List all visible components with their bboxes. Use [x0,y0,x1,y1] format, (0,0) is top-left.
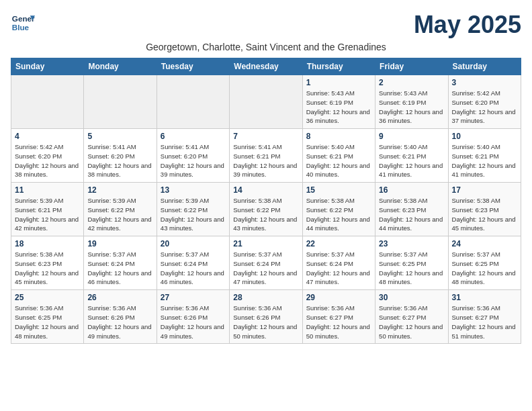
day-info: Sunrise: 5:39 AM Sunset: 6:22 PM Dayligh… [87,196,152,233]
calendar-cell: 21Sunrise: 5:37 AM Sunset: 6:24 PM Dayli… [230,236,302,290]
day-number: 18 [15,239,80,248]
day-number: 14 [233,185,298,195]
day-info: Sunrise: 5:36 AM Sunset: 6:27 PM Dayligh… [379,304,444,340]
day-info: Sunrise: 5:38 AM Sunset: 6:23 PM Dayligh… [15,250,80,287]
day-number: 10 [452,132,517,141]
day-number: 30 [379,293,444,302]
calendar-week-row: 18Sunrise: 5:38 AM Sunset: 6:23 PM Dayli… [11,236,521,290]
calendar-week-row: 25Sunrise: 5:36 AM Sunset: 6:25 PM Dayli… [11,290,521,344]
calendar-cell: 30Sunrise: 5:36 AM Sunset: 6:27 PM Dayli… [375,290,448,344]
calendar-cell: 16Sunrise: 5:38 AM Sunset: 6:23 PM Dayli… [375,183,448,236]
calendar-cell: 1Sunrise: 5:43 AM Sunset: 6:19 PM Daylig… [302,75,375,129]
calendar-cell: 10Sunrise: 5:40 AM Sunset: 6:21 PM Dayli… [448,129,521,183]
day-info: Sunrise: 5:36 AM Sunset: 6:26 PM Dayligh… [233,304,298,340]
calendar-cell: 2Sunrise: 5:43 AM Sunset: 6:19 PM Daylig… [375,75,448,129]
day-number: 11 [15,185,80,195]
logo-icon: General Blue [11,11,35,35]
column-header-thursday: Thursday [302,58,375,75]
day-number: 28 [233,293,298,302]
calendar-cell [11,75,84,129]
day-info: Sunrise: 5:42 AM Sunset: 6:20 PM Dayligh… [15,142,80,179]
calendar-cell: 4Sunrise: 5:42 AM Sunset: 6:20 PM Daylig… [11,129,84,183]
day-number: 2 [379,78,444,87]
day-info: Sunrise: 5:39 AM Sunset: 6:21 PM Dayligh… [15,196,80,233]
day-number: 21 [233,239,298,248]
calendar-subtitle: Georgetown, Charlotte, Saint Vincent and… [11,42,521,52]
calendar-cell: 12Sunrise: 5:39 AM Sunset: 6:22 PM Dayli… [84,183,157,236]
calendar-cell: 29Sunrise: 5:36 AM Sunset: 6:27 PM Dayli… [302,290,375,344]
day-number: 8 [306,132,371,141]
day-info: Sunrise: 5:36 AM Sunset: 6:25 PM Dayligh… [15,304,80,340]
day-number: 23 [379,239,444,248]
day-number: 26 [87,293,152,302]
day-number: 19 [87,239,152,248]
column-header-saturday: Saturday [448,58,521,75]
day-number: 4 [15,132,80,141]
day-info: Sunrise: 5:41 AM Sunset: 6:21 PM Dayligh… [233,142,298,179]
day-number: 7 [233,132,298,141]
calendar-cell: 14Sunrise: 5:38 AM Sunset: 6:22 PM Dayli… [230,183,302,236]
day-info: Sunrise: 5:38 AM Sunset: 6:23 PM Dayligh… [452,196,517,233]
calendar-cell: 8Sunrise: 5:40 AM Sunset: 6:21 PM Daylig… [302,129,375,183]
day-info: Sunrise: 5:37 AM Sunset: 6:24 PM Dayligh… [161,250,226,287]
day-number: 24 [452,239,517,248]
svg-text:Blue: Blue [12,23,30,32]
day-info: Sunrise: 5:36 AM Sunset: 6:27 PM Dayligh… [452,304,517,340]
day-number: 22 [306,239,371,248]
day-number: 1 [306,78,371,87]
day-info: Sunrise: 5:37 AM Sunset: 6:24 PM Dayligh… [233,250,298,287]
day-number: 5 [87,132,152,141]
calendar-cell: 23Sunrise: 5:37 AM Sunset: 6:25 PM Dayli… [375,236,448,290]
page-header: General Blue May 2025 [11,11,521,39]
day-number: 29 [306,293,371,302]
calendar-cell: 28Sunrise: 5:36 AM Sunset: 6:26 PM Dayli… [230,290,302,344]
day-info: Sunrise: 5:36 AM Sunset: 6:27 PM Dayligh… [306,304,371,340]
calendar-cell: 20Sunrise: 5:37 AM Sunset: 6:24 PM Dayli… [157,236,229,290]
day-number: 13 [161,185,226,195]
calendar-week-row: 1Sunrise: 5:43 AM Sunset: 6:19 PM Daylig… [11,75,521,129]
calendar-cell: 6Sunrise: 5:41 AM Sunset: 6:20 PM Daylig… [157,129,229,183]
column-header-friday: Friday [375,58,448,75]
calendar-cell: 22Sunrise: 5:37 AM Sunset: 6:24 PM Dayli… [302,236,375,290]
calendar-table: SundayMondayTuesdayWednesdayThursdayFrid… [11,58,521,344]
calendar-cell [84,75,157,129]
calendar-cell: 13Sunrise: 5:39 AM Sunset: 6:22 PM Dayli… [157,183,229,236]
day-number: 9 [379,132,444,141]
calendar-cell: 9Sunrise: 5:40 AM Sunset: 6:21 PM Daylig… [375,129,448,183]
day-number: 31 [452,293,517,302]
day-number: 20 [161,239,226,248]
column-header-monday: Monday [84,58,157,75]
calendar-cell: 11Sunrise: 5:39 AM Sunset: 6:21 PM Dayli… [11,183,84,236]
calendar-cell: 24Sunrise: 5:37 AM Sunset: 6:25 PM Dayli… [448,236,521,290]
calendar-cell: 5Sunrise: 5:41 AM Sunset: 6:20 PM Daylig… [84,129,157,183]
day-number: 25 [15,293,80,302]
column-header-tuesday: Tuesday [157,58,229,75]
day-info: Sunrise: 5:40 AM Sunset: 6:21 PM Dayligh… [379,142,444,179]
day-info: Sunrise: 5:37 AM Sunset: 6:25 PM Dayligh… [379,250,444,287]
calendar-cell [157,75,229,129]
day-info: Sunrise: 5:38 AM Sunset: 6:23 PM Dayligh… [379,196,444,233]
logo: General Blue [11,11,35,35]
day-info: Sunrise: 5:41 AM Sunset: 6:20 PM Dayligh… [87,142,152,179]
calendar-header-row: SundayMondayTuesdayWednesdayThursdayFrid… [11,58,521,75]
day-info: Sunrise: 5:37 AM Sunset: 6:24 PM Dayligh… [87,250,152,287]
day-info: Sunrise: 5:41 AM Sunset: 6:20 PM Dayligh… [161,142,226,179]
day-number: 15 [306,185,371,195]
day-number: 3 [452,78,517,87]
day-info: Sunrise: 5:37 AM Sunset: 6:24 PM Dayligh… [306,250,371,287]
calendar-cell: 19Sunrise: 5:37 AM Sunset: 6:24 PM Dayli… [84,236,157,290]
day-info: Sunrise: 5:43 AM Sunset: 6:19 PM Dayligh… [306,89,371,126]
day-number: 16 [379,185,444,195]
day-number: 27 [161,293,226,302]
column-header-wednesday: Wednesday [230,58,302,75]
day-info: Sunrise: 5:36 AM Sunset: 6:26 PM Dayligh… [161,304,226,340]
svg-text:General: General [12,14,35,23]
calendar-cell: 3Sunrise: 5:42 AM Sunset: 6:20 PM Daylig… [448,75,521,129]
calendar-cell: 17Sunrise: 5:38 AM Sunset: 6:23 PM Dayli… [448,183,521,236]
day-info: Sunrise: 5:36 AM Sunset: 6:26 PM Dayligh… [87,304,152,340]
day-info: Sunrise: 5:42 AM Sunset: 6:20 PM Dayligh… [452,89,517,126]
day-info: Sunrise: 5:43 AM Sunset: 6:19 PM Dayligh… [379,89,444,126]
calendar-cell: 26Sunrise: 5:36 AM Sunset: 6:26 PM Dayli… [84,290,157,344]
day-number: 17 [452,185,517,195]
day-info: Sunrise: 5:40 AM Sunset: 6:21 PM Dayligh… [306,142,371,179]
